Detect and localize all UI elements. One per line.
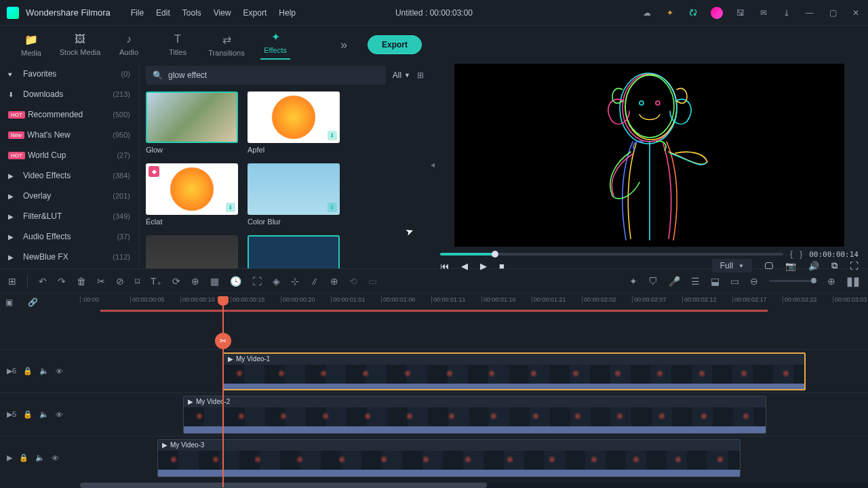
effect-thumb[interactable]: ⬇Color Blur [248, 163, 340, 226]
quality-dropdown[interactable]: Full ▼ [712, 259, 752, 272]
track-toggle-icon[interactable]: ▶5 [7, 410, 16, 419]
grid-view-icon[interactable]: ⊞ [417, 70, 424, 80]
text-icon[interactable]: T₊ [151, 276, 161, 287]
download-icon[interactable]: ⤓ [781, 7, 792, 18]
layer-icon[interactable]: ▦ [210, 276, 219, 287]
adjust-icon[interactable]: ⊹ [291, 276, 299, 287]
range-bar[interactable] [100, 310, 768, 312]
sidebar-item-filter-lut[interactable]: ▶Filter&LUT(349) [0, 206, 138, 226]
search-input[interactable] [168, 70, 379, 80]
crop-icon[interactable]: ⌑ [135, 276, 140, 287]
sidebar-item-recommended[interactable]: HOTRecommended(500) [0, 104, 138, 125]
play-back-icon[interactable]: ◀ [461, 261, 468, 271]
tab-effects[interactable]: ✦Effects [251, 30, 300, 60]
subtitle-icon[interactable]: ▭ [730, 276, 739, 287]
mute-icon[interactable]: 🔈 [35, 453, 45, 462]
track-content[interactable]: ▶My Video-2 [80, 396, 868, 434]
avatar[interactable] [711, 7, 723, 19]
maximize-icon[interactable]: ▢ [827, 7, 838, 18]
zoom-slider[interactable] [769, 280, 816, 282]
tab-media[interactable]: 📁Media [7, 33, 56, 57]
clip[interactable]: ▶My Video-3 [157, 439, 741, 477]
horizontal-scrollbar[interactable] [80, 483, 868, 488]
shield-icon[interactable]: ⛉ [648, 276, 658, 287]
save-icon[interactable]: 🖫 [735, 7, 746, 18]
visibility-icon[interactable]: 👁 [56, 411, 63, 419]
playhead[interactable]: ✂ [222, 298, 224, 487]
ruler[interactable]: :00:0000:00:00:0500:00:00:1000:00:00:150… [80, 296, 868, 303]
preview-canvas[interactable] [454, 64, 844, 247]
delete-icon[interactable]: 🗑 [77, 276, 86, 287]
track-content[interactable]: ▶My Video-3 [80, 439, 868, 477]
scrub-thumb[interactable] [492, 251, 498, 258]
sidebar-item-favorites[interactable]: ♥Favorites(0) [0, 64, 138, 84]
tab-audio[interactable]: ♪Audio [104, 33, 153, 56]
pip-icon[interactable]: ⧉ [831, 260, 837, 271]
tab-stock-media[interactable]: 🖼Stock Media [56, 33, 104, 56]
effect-thumb[interactable]: Glow [146, 92, 238, 154]
sidebar-item-world-cup[interactable]: HOTWorld Cup(27) [0, 145, 138, 165]
play-icon[interactable]: ▶ [480, 261, 487, 271]
scrub-track[interactable] [440, 253, 783, 256]
mute-icon[interactable]: 🔈 [39, 367, 49, 375]
list-icon[interactable]: ☰ [691, 276, 700, 287]
menu-edit[interactable]: Edit [156, 8, 170, 18]
link-tool-icon[interactable]: 🔗 [28, 298, 38, 307]
lock-icon[interactable]: 🔒 [23, 410, 33, 419]
cloud-icon[interactable]: ☁ [642, 7, 652, 18]
playhead-handle[interactable] [218, 296, 229, 306]
effect-thumb[interactable]: ⬇Apfel [248, 92, 340, 154]
undo-icon[interactable]: ↶ [39, 276, 47, 287]
zoom-out-icon[interactable]: ⊖ [750, 276, 758, 287]
audio-tool-icon[interactable]: ⫽ [310, 276, 319, 287]
lock-icon[interactable]: 🔒 [19, 453, 28, 462]
display-icon[interactable]: 🖵 [764, 261, 773, 271]
collapse-handle-icon[interactable]: ◀ [431, 162, 435, 168]
speed-icon[interactable]: ⊕ [191, 276, 199, 287]
sync-icon[interactable]: ⟲ [349, 276, 357, 287]
chip-icon[interactable]: ⬓ [711, 276, 719, 287]
cut-icon[interactable]: ✂ [97, 276, 105, 287]
filter-dropdown[interactable]: All ▼ [393, 70, 410, 80]
globe-icon[interactable]: ⊕ [330, 276, 338, 287]
paint-icon[interactable]: ◈ [273, 276, 280, 287]
no-icon[interactable]: ⊘ [116, 276, 124, 287]
clip[interactable]: ▶My Video-2 [183, 396, 766, 434]
mail-icon[interactable]: ✉ [758, 7, 769, 18]
menu-help[interactable]: Help [279, 8, 296, 18]
export-button[interactable]: Export [368, 35, 422, 54]
lock-icon[interactable]: 🔒 [23, 367, 33, 375]
scissors-icon[interactable]: ✂ [215, 333, 231, 349]
snapshot-icon[interactable]: 📷 [785, 261, 796, 271]
step-back-icon[interactable]: ⏮ [440, 261, 449, 271]
track-content[interactable]: ▶My Video-1 [80, 352, 868, 390]
marker-tool-icon[interactable]: ▣ [5, 298, 13, 307]
expand-tabs-icon[interactable]: » [340, 38, 347, 52]
sidebar-item-downloads[interactable]: ⬇Downloads(213) [0, 84, 138, 104]
effect-thumb[interactable] [146, 235, 238, 268]
zoom-in-icon[interactable]: ⊕ [827, 276, 835, 287]
stop-icon[interactable]: ■ [499, 261, 505, 271]
track-toggle-icon[interactable]: ▶6 [7, 367, 16, 375]
minimize-icon[interactable]: — [804, 7, 815, 18]
effect-thumb[interactable] [248, 235, 340, 268]
effect-thumb[interactable]: ◆⬇Éclat [146, 163, 238, 226]
fit-icon[interactable]: ▮▮ [846, 274, 860, 289]
sidebar-item-newblue-fx[interactable]: ▶NewBlue FX(112) [0, 247, 138, 267]
clock-icon[interactable]: 🕓 [230, 276, 241, 287]
menu-export[interactable]: Export [243, 8, 267, 18]
tab-titles[interactable]: TTitles [153, 33, 202, 56]
headset-icon[interactable]: 🗘 [688, 7, 698, 18]
sidebar-item-video-effects[interactable]: ▶Video Effects(384) [0, 165, 138, 186]
device-icon[interactable]: ▭ [368, 276, 377, 287]
tab-transitions[interactable]: ⇄Transitions [202, 33, 251, 57]
mic-icon[interactable]: 🎤 [669, 276, 680, 287]
zoom-thumb[interactable] [811, 278, 816, 283]
mute-icon[interactable]: 🔈 [39, 410, 49, 419]
clip[interactable]: ▶My Video-1 [222, 352, 806, 390]
track-toggle-icon[interactable]: ▶ [7, 453, 12, 462]
menu-tools[interactable]: Tools [182, 8, 201, 18]
settings-sparkle-icon[interactable]: ✦ [665, 7, 675, 18]
sidebar-item-what-s-new[interactable]: NewWhat's New(950) [0, 125, 138, 145]
sparkle-icon[interactable]: ✦ [629, 276, 637, 287]
